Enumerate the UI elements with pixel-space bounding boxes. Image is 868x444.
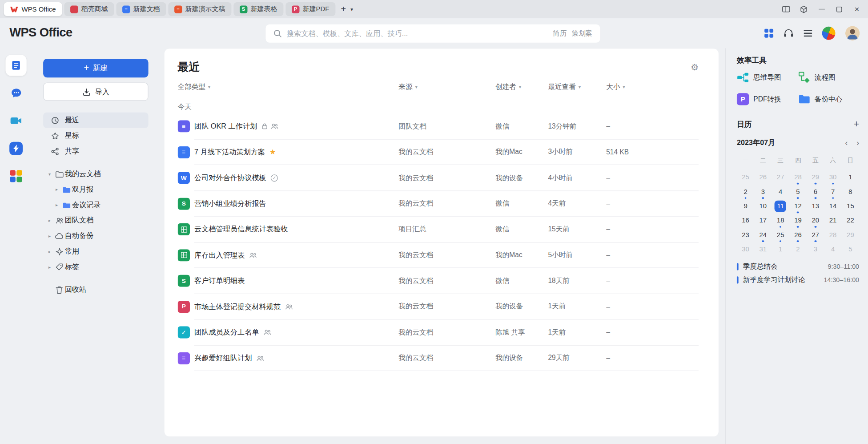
calendar-day[interactable]: 24 [754,228,772,242]
new-tab-button[interactable]: + [341,4,346,14]
workspace-box-icon[interactable] [795,0,813,18]
calendar-day[interactable]: 3 [807,242,824,256]
tree-item-tags[interactable]: ▸ 标签 [43,259,149,275]
tab-docer-mall[interactable]: 稻壳商城 [64,2,114,16]
chevron-right-icon[interactable]: ▸ [45,249,54,254]
calendar-day[interactable]: 28 [824,228,841,242]
chevron-right-icon[interactable]: ▸ [45,264,54,269]
minimize-button[interactable] [812,0,830,18]
file-name[interactable]: 营销小组业绩分析报告 [194,199,266,209]
toggle-sidebar-icon[interactable] [777,0,795,18]
calendar-day[interactable]: 27 [772,170,789,184]
tree-item-team-docs[interactable]: ▸ 团队文档 [43,213,149,228]
settings-gear-icon[interactable]: ⚙ [691,62,699,73]
file-name[interactable]: 市场主体登记提交材料规范 [194,302,281,311]
next-month-button[interactable]: › [856,139,859,146]
tab-new-presentation[interactable]: ≡ 新建演示文稿 [168,2,231,16]
file-name[interactable]: 云文档管理员信息统计表验收 [194,224,288,234]
tree-item-bimonthly-report[interactable]: ▸ 双月报 [43,182,149,197]
file-name[interactable]: 7 月线下活动策划方案 [194,147,265,157]
calendar-day[interactable]: 2 [737,185,754,199]
calendar-day[interactable]: 13 [807,199,824,213]
calendar-day[interactable]: 12 [789,199,807,213]
close-button[interactable]: × [848,0,866,18]
calendar-day[interactable]: 25 [737,170,754,184]
calendar-day[interactable]: 28 [789,170,807,184]
calendar-day[interactable]: 18 [772,213,789,227]
calendar-day[interactable]: 26 [789,228,807,242]
calendar-day[interactable]: 8 [842,185,859,199]
calendar-day[interactable]: 29 [807,170,824,184]
chevron-right-icon[interactable]: ▸ [52,202,61,207]
chevron-right-icon[interactable]: ▸ [52,187,61,192]
tree-item-auto-backup[interactable]: ▸ 自动备份 [43,228,149,244]
file-name[interactable]: 兴趣爱好组队计划 [194,353,252,363]
file-row[interactable]: S客户订单明细表我的云文档微信18天前– [178,268,699,294]
calendar-day[interactable]: 23 [737,228,754,242]
filter-all-types[interactable]: 全部类型▾ [178,82,399,92]
sidebar-item-trash[interactable]: 回收站 [43,282,149,298]
tab-wps-office[interactable]: WPS Office [4,2,62,16]
sidebar-item-recent[interactable]: 最近 [43,113,149,128]
menu-hamburger-icon[interactable] [804,30,812,36]
apps-grid-icon[interactable] [764,28,774,38]
rail-transfer-icon[interactable] [9,142,23,155]
tree-item-meeting-notes[interactable]: ▸ 会议记录 [43,197,149,213]
file-row[interactable]: ≡7 月线下活动策划方案★我的云文档我的Mac3小时前514 KB [178,139,699,165]
calendar-event[interactable]: 季度总结会 9:30–11:00 [737,260,859,273]
search-tag-resume[interactable]: 简历 [553,29,567,38]
tool-flowchart[interactable]: 流程图 [798,72,860,84]
file-name[interactable]: 团队 OKR 工作计划 [194,121,257,131]
add-event-plus-icon[interactable]: + [854,119,859,130]
filter-source[interactable]: 来源▾ [398,82,495,92]
rail-docs-home-icon[interactable] [5,55,26,76]
calendar-day[interactable]: 30 [824,170,841,184]
calendar-day[interactable]: 19 [789,213,807,227]
sidebar-item-shared[interactable]: 共享 [43,143,149,159]
calendar-day[interactable]: 6 [807,185,824,199]
tab-new-document[interactable]: ≡ 新建文档 [116,2,166,16]
calendar-day[interactable]: 15 [842,199,859,213]
tree-item-my-cloud-docs[interactable]: ▾ 我的云文档 [43,166,149,182]
calendar-day[interactable]: 1 [842,170,859,184]
filter-size[interactable]: 大小▾ [606,82,699,92]
calendar-day[interactable]: 16 [737,213,754,227]
file-row[interactable]: ✓团队成员及分工名单我的云文档陈旭 共享1天前– [178,319,699,345]
tool-backup-center[interactable]: 备份中心 [798,93,860,105]
file-row[interactable]: ≡团队 OKR 工作计划团队文档微信13分钟前– [178,113,699,139]
file-row[interactable]: S营销小组业绩分析报告我的云文档微信4天前– [178,191,699,217]
file-row[interactable]: P市场主体登记提交材料规范我的云文档我的设备1天前– [178,294,699,319]
calendar-day[interactable]: 25 [772,228,789,242]
calendar-day[interactable]: 31 [754,242,772,256]
file-name[interactable]: 公司对外合作协议模板 [194,173,266,183]
tab-new-pdf[interactable]: P 新建PDF [285,2,335,16]
calendar-day[interactable]: 7 [824,185,841,199]
calendar-day[interactable]: 2 [789,242,807,256]
filter-last-viewed[interactable]: 最近查看▾ [548,82,606,92]
rail-meeting-camera-icon[interactable] [10,116,22,125]
file-row[interactable]: W公司对外合作协议模板✓我的云文档我的设备4小时前– [178,165,699,191]
calendar-day[interactable]: 4 [824,242,841,256]
tool-mindmap[interactable]: 思维导图 [737,72,798,84]
maximize-button[interactable] [830,0,848,18]
search-input[interactable] [287,29,548,38]
calendar-day[interactable]: 17 [754,213,772,227]
calendar-day[interactable]: 11 [772,199,789,213]
chevron-right-icon[interactable]: ▸ [45,218,54,223]
tool-pdf-convert[interactable]: P PDF转换 [737,93,798,105]
calendar-day[interactable]: 29 [842,228,859,242]
calendar-day[interactable]: 5 [789,185,807,199]
chevron-right-icon[interactable]: ▸ [45,234,54,238]
rail-apps-color-icon[interactable] [10,170,22,182]
chevron-down-icon[interactable]: ▾ [45,171,54,176]
file-row[interactable]: ≡兴趣爱好组队计划我的云文档我的设备29天前– [178,345,699,371]
calendar-day[interactable]: 14 [824,199,841,213]
calendar-day[interactable]: 22 [842,213,859,227]
tree-item-frequent[interactable]: ▸ 常用 [43,244,149,259]
file-row[interactable]: 库存出入管理表我的云文档我的Mac5小时前– [178,242,699,268]
search-bar[interactable]: 简历 策划案 [266,24,600,43]
prev-month-button[interactable]: ‹ [845,139,848,146]
wps-365-badge-icon[interactable] [820,25,837,42]
sidebar-item-starred[interactable]: 星标 [43,128,149,144]
calendar-day[interactable]: 21 [824,213,841,227]
